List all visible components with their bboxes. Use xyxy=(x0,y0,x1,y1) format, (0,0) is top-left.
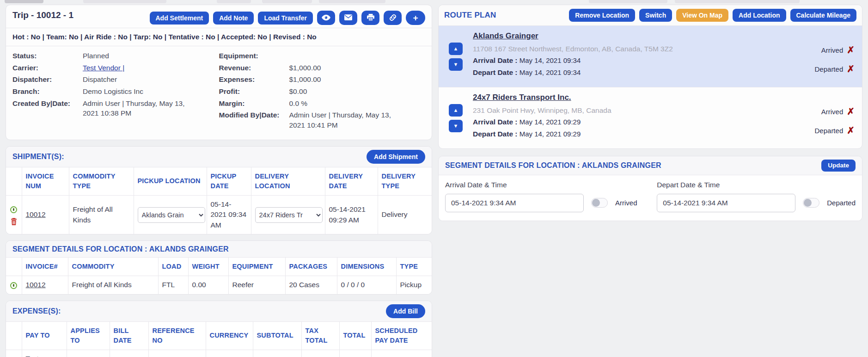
arrived-label: Arrived xyxy=(821,108,844,116)
stop-address: 11708 167 Street Northwest, Edmonton, AB… xyxy=(473,45,799,53)
link-icon xyxy=(389,14,397,22)
add-settlement-button[interactable]: Add Settlement xyxy=(150,12,209,25)
right-column: ROUTE PLAN Remove Location Switch View O… xyxy=(438,5,862,221)
shipment-invoice-link[interactable]: 10012 xyxy=(26,210,46,218)
view-shipment-icon[interactable] xyxy=(10,206,17,213)
route-stop[interactable]: ▲ ▼ 24x7 Riders Transport Inc. 231 Oak P… xyxy=(439,87,862,148)
departed-toggle-label: Departed xyxy=(827,199,856,207)
add-shipment-button[interactable]: Add Shipment xyxy=(367,150,425,164)
field-value: Dispatcher xyxy=(83,74,198,85)
depart-controls: Departed xyxy=(657,194,856,212)
carrier-link[interactable]: Test Vendor | xyxy=(83,64,124,72)
arrival-date-label: Arrival Date : xyxy=(473,56,517,64)
copy-link-button[interactable] xyxy=(384,11,402,25)
move-down-icon[interactable]: ▼ xyxy=(449,120,463,132)
route-plan-card: ROUTE PLAN Remove Location Switch View O… xyxy=(438,5,862,149)
delete-shipment-icon[interactable] xyxy=(11,218,17,226)
field-value: Admin User | Thursday, May 13, 2021 10:3… xyxy=(83,98,198,118)
field-label: Created By|Date: xyxy=(12,98,83,118)
expenses-table: PAY TO APPLIES TO BILL DATE REFERENCE NO… xyxy=(6,322,432,357)
column-header: PAY TO xyxy=(22,322,67,350)
expense-appliesto-cell: Dispatch xyxy=(67,350,110,357)
field-label: Branch: xyxy=(12,86,83,97)
arrival-datetime-input[interactable] xyxy=(445,194,584,212)
trip-info-left: Status: Planned Carrier: Test Vendor | D… xyxy=(12,51,219,132)
arrived-toggle[interactable] xyxy=(591,198,608,208)
depart-datetime-input[interactable] xyxy=(657,194,795,212)
column-header: LOAD xyxy=(158,258,188,276)
cropped-tab xyxy=(5,0,43,3)
field-expenses: Expenses: $1,000.00 xyxy=(219,74,426,85)
stop-depart-date: Depart Date : May 14, 2021 09:29 xyxy=(473,130,799,138)
segment-weight-cell: 0.00 xyxy=(188,276,228,294)
eye-icon xyxy=(322,14,330,22)
column-header-icons xyxy=(6,322,22,350)
field-value: Admin User | Thursday, May 13, 2021 10:4… xyxy=(289,110,405,130)
pickup-location-select[interactable]: Aklands Grain xyxy=(138,207,205,223)
segment-type-cell: Pickup xyxy=(396,276,432,294)
view-button[interactable] xyxy=(317,11,335,25)
depart-group: Depart Date & Time Departed xyxy=(657,181,856,212)
expenses-header-row: PAY TO APPLIES TO BILL DATE REFERENCE NO… xyxy=(6,322,432,350)
departed-toggle[interactable] xyxy=(803,198,819,208)
load-transfer-button[interactable]: Load Transfer xyxy=(258,12,313,25)
route-stop[interactable]: ▲ ▼ Aklands Grainger 11708 167 Street No… xyxy=(439,26,862,87)
shipment-pickup-date-cell: 05-14-2021 09:34 AM xyxy=(207,195,251,234)
top-cropped-strip xyxy=(0,0,868,4)
segment-details-left-header: SEGMENT DETAILS FOR LOCATION : AKLANDS G… xyxy=(6,241,432,258)
left-column: Trip - 10012 - 1 Add Settlement Add Note… xyxy=(6,5,432,357)
move-up-icon[interactable]: ▲ xyxy=(449,43,463,55)
cropped-tab xyxy=(217,0,251,3)
segment-details-right-header: SEGMENT DETAILS FOR LOCATION : AKLANDS G… xyxy=(439,156,862,175)
stop-name-link[interactable]: 24x7 Riders Transport Inc. xyxy=(473,93,571,102)
field-label: Expenses: xyxy=(219,74,289,85)
calculate-mileage-button[interactable]: Calculate Mileage xyxy=(790,9,857,22)
departed-label: Departed xyxy=(815,65,844,73)
switch-button[interactable]: Switch xyxy=(639,9,672,22)
field-label: Dispatcher: xyxy=(12,74,83,85)
stop-reorder-controls: ▲ ▼ xyxy=(449,104,463,142)
trip-info: Status: Planned Carrier: Test Vendor | D… xyxy=(6,46,432,140)
column-header: PICKUP LOCATION xyxy=(134,167,207,196)
stop-status: Arrived ✗ Departed ✗ xyxy=(799,31,855,80)
segment-row-actions xyxy=(6,276,22,294)
add-location-button[interactable]: Add Location xyxy=(733,9,786,22)
add-note-button[interactable]: Add Note xyxy=(213,12,254,25)
page-title: Trip - 10012 - 1 xyxy=(12,10,86,21)
view-segment-icon[interactable] xyxy=(10,282,17,289)
segment-dimensions-cell: 0 / 0 / 0 xyxy=(337,276,396,294)
arrival-date-label: Arrival Date : xyxy=(473,118,517,126)
shipments-table: INVOICE NUM COMMODITY TYPE PICKUP LOCATI… xyxy=(6,167,432,234)
move-up-icon[interactable]: ▲ xyxy=(449,104,463,117)
arrived-x-icon: ✗ xyxy=(847,107,855,116)
add-more-button[interactable]: + xyxy=(406,11,425,25)
column-header: EQUIPMENT xyxy=(228,258,285,276)
field-dispatcher: Dispatcher: Dispatcher xyxy=(12,74,219,85)
update-button[interactable]: Update xyxy=(821,160,856,172)
expense-subtotal-cell: 500.00 xyxy=(253,350,301,357)
stop-name-link[interactable]: Aklands Grainger xyxy=(473,31,538,41)
stop-address: 231 Oak Point Hwy, Winnipeg, MB, Canada xyxy=(473,106,799,115)
delivery-location-select[interactable]: 24x7 Riders Tr xyxy=(255,207,323,223)
column-header: DELIVERY DATE xyxy=(325,167,378,196)
column-header: REFERENCE NO xyxy=(148,322,206,350)
field-label: Status: xyxy=(12,51,83,61)
remove-location-button[interactable]: Remove Location xyxy=(569,9,635,22)
field-value: Demo Logistics Inc xyxy=(83,86,198,97)
view-on-map-button[interactable]: View On Map xyxy=(676,9,728,22)
column-header: SCHEDULED PAY DATE xyxy=(371,322,432,350)
trip-card: Trip - 10012 - 1 Add Settlement Add Note… xyxy=(6,5,432,140)
segment-invoice-link[interactable]: 10012 xyxy=(26,281,46,289)
shipments-header: SHIPMENT(S): Add Shipment xyxy=(6,147,432,167)
cropped-tab xyxy=(319,0,385,3)
email-button[interactable] xyxy=(339,11,357,25)
print-button[interactable] xyxy=(361,11,379,25)
field-carrier: Carrier: Test Vendor | xyxy=(12,63,219,73)
expense-scheduled-cell xyxy=(371,350,432,357)
trip-info-right: Equipment: Revenue: $1,000.00 Expenses: … xyxy=(219,51,426,132)
column-header: PACKAGES xyxy=(285,258,337,276)
expense-taxtotal-cell: 0.00 xyxy=(301,350,339,357)
add-bill-button[interactable]: Add Bill xyxy=(386,304,425,318)
move-down-icon[interactable]: ▼ xyxy=(449,58,463,71)
arrival-datetime-label: Arrival Date & Time xyxy=(445,181,643,189)
